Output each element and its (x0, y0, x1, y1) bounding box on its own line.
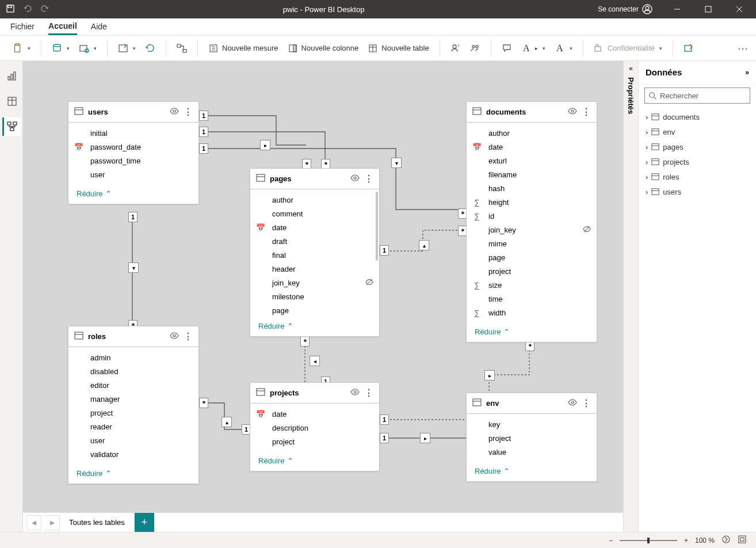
field-row[interactable]: ∑size (467, 278, 597, 292)
relationships-button[interactable] (173, 41, 190, 56)
table-pages[interactable]: pages ⋮ author comment 📅date draft final… (250, 168, 380, 337)
scrollbar[interactable] (376, 192, 378, 261)
transform-button[interactable]: ▾ (114, 41, 139, 56)
table-env[interactable]: env ⋮ key project value Réduire⌃ (466, 393, 597, 482)
qna-button[interactable] (498, 41, 516, 56)
field-row[interactable]: admin (68, 351, 198, 364)
visibility-icon[interactable] (170, 331, 179, 342)
table-users[interactable]: users ⋮ initial 📅password_date password_… (68, 101, 199, 204)
paste-button[interactable]: ▾ (9, 41, 34, 56)
field-row[interactable]: author (467, 126, 597, 140)
collapse-button[interactable]: Réduire⌃ (467, 323, 597, 342)
field-row[interactable]: header (250, 262, 379, 276)
field-row[interactable]: final (250, 248, 379, 262)
zoom-out-button[interactable]: − (609, 536, 613, 545)
field-row[interactable]: exturl (467, 154, 597, 168)
field-row[interactable]: page (250, 303, 379, 317)
table-roles[interactable]: roles ⋮ admin disabled editor manager pr… (68, 326, 199, 484)
field-row[interactable]: author (250, 193, 379, 207)
data-view-button[interactable] (2, 92, 21, 111)
get-data-button[interactable]: ▾ (48, 41, 73, 56)
field-row[interactable]: project (68, 406, 198, 420)
field-row[interactable]: key (467, 417, 597, 431)
tab-home[interactable]: Accueil (48, 18, 77, 35)
field-row[interactable]: draft (250, 234, 379, 248)
publish-button[interactable] (680, 41, 697, 56)
redo-icon[interactable] (40, 4, 49, 15)
report-view-button[interactable] (2, 67, 21, 85)
visibility-icon[interactable] (350, 387, 360, 398)
properties-panel-collapsed[interactable]: « Propriétés (623, 61, 638, 532)
tree-item[interactable]: ›pages (643, 139, 751, 154)
signin-button[interactable]: Se connecter (598, 4, 659, 14)
field-row[interactable]: join_key (467, 223, 597, 237)
search-input[interactable]: Rechercher (644, 87, 750, 104)
field-row[interactable]: description (250, 421, 379, 435)
field-row[interactable]: 📅date (250, 407, 379, 421)
field-row[interactable]: user (68, 433, 198, 447)
field-row[interactable]: 📅date (467, 140, 597, 154)
visibility-icon[interactable] (350, 173, 360, 184)
field-row[interactable]: time (467, 292, 597, 306)
visibility-icon[interactable] (568, 398, 577, 409)
collapse-button[interactable]: Réduire⌃ (250, 452, 379, 471)
undo-icon[interactable] (23, 4, 32, 15)
new-column-button[interactable]: Nouvelle colonne (284, 41, 362, 56)
more-icon[interactable]: ⋮ (364, 173, 373, 184)
expand-icon[interactable]: « (629, 64, 633, 73)
tab-nav-left[interactable]: ◂ (26, 515, 41, 530)
field-row[interactable]: project (467, 431, 597, 445)
tab-help[interactable]: Aide (91, 18, 107, 35)
field-row[interactable]: editor (68, 378, 198, 392)
field-row[interactable]: project (467, 264, 597, 278)
visibility-icon[interactable] (568, 106, 577, 117)
page-tab[interactable]: Toutes les tables (60, 513, 135, 532)
ribbon-more-button[interactable]: ⋯ (734, 40, 751, 57)
zoom-slider[interactable] (620, 540, 677, 541)
close-button[interactable] (726, 0, 753, 18)
field-row[interactable]: join_key (250, 276, 379, 290)
roles-button[interactable] (447, 41, 464, 56)
linguistic-button[interactable]: A▾ (551, 41, 576, 56)
field-row[interactable]: password_time (68, 154, 198, 168)
language-button[interactable]: A▸▾ (518, 41, 549, 56)
field-row[interactable]: value (467, 445, 597, 459)
field-row[interactable]: page (467, 250, 597, 264)
tab-file[interactable]: Fichier (10, 18, 35, 35)
fit-to-page-button[interactable] (721, 535, 731, 546)
collapse-button[interactable]: Réduire⌃ (68, 185, 198, 204)
view-as-button[interactable] (467, 41, 484, 56)
field-row[interactable]: 📅date (250, 220, 379, 234)
visibility-icon[interactable] (170, 106, 179, 117)
more-icon[interactable]: ⋮ (582, 106, 591, 117)
maximize-button[interactable] (695, 0, 721, 18)
tree-item[interactable]: ›users (643, 184, 751, 199)
field-row[interactable]: 📅password_date (68, 140, 198, 154)
minimize-button[interactable] (664, 0, 690, 18)
field-row[interactable]: validator (68, 447, 198, 461)
field-row[interactable]: project (250, 435, 379, 448)
zoom-in-button[interactable]: + (684, 536, 688, 545)
field-row[interactable]: reader (68, 420, 198, 433)
model-canvas[interactable]: 1 1 1 ＊ ＊ 1 ＊ ＊ 1 ＊ 1 1 1 1 ＊ ＊ ＊ ＊ ▸ ▾ … (23, 61, 623, 532)
field-row[interactable]: ∑id (467, 209, 597, 223)
field-row[interactable]: manager (68, 392, 198, 406)
table-projects[interactable]: projects ⋮ 📅date description project Réd… (250, 382, 380, 471)
collapse-button[interactable]: Réduire⌃ (467, 462, 597, 481)
more-icon[interactable]: ⋮ (184, 331, 193, 342)
collapse-button[interactable]: Réduire⌃ (68, 465, 198, 484)
field-row[interactable]: ∑height (467, 195, 597, 209)
field-row[interactable]: filename (467, 168, 597, 181)
field-row[interactable]: comment (250, 207, 379, 220)
new-measure-button[interactable]: Nouvelle mesure (205, 41, 282, 56)
tree-item[interactable]: ›roles (643, 169, 751, 184)
field-row[interactable]: user (68, 168, 198, 181)
page-view-button[interactable] (738, 535, 747, 546)
field-row[interactable]: mime (467, 237, 597, 250)
tree-item[interactable]: ›projects (643, 154, 751, 169)
field-row[interactable]: disabled (68, 364, 198, 378)
more-icon[interactable]: ⋮ (364, 387, 373, 398)
more-icon[interactable]: ⋮ (582, 398, 591, 409)
tree-item[interactable]: ›env (643, 124, 751, 139)
field-row[interactable]: initial (68, 126, 198, 140)
